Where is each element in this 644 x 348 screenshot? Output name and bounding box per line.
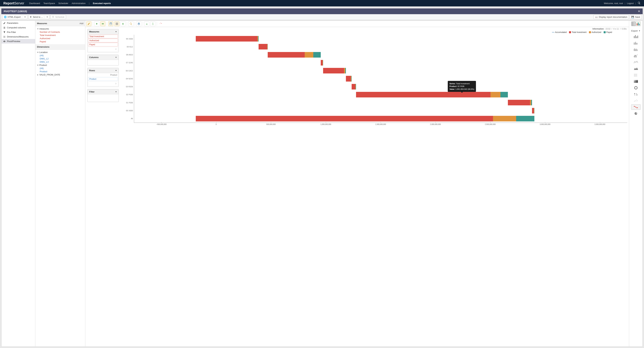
calendar-icon: 🗓	[52, 16, 54, 18]
topbar-right: Welcome, root, root | Logout |	[604, 2, 640, 5]
globe-icon: 🌐	[4, 16, 6, 18]
display-documentation-button[interactable]: 📖 Display report documentation	[594, 15, 629, 19]
welcome-text: Welcome, root, root	[604, 2, 623, 4]
main-toolbar: 🌐 HTML-Export ▼ ⬆ Send to ... ▼ 🗓 Schedu…	[1, 14, 643, 20]
book-icon: 📖	[595, 16, 598, 18]
send-to-button[interactable]: ⬆ Send to ... ▼	[28, 15, 50, 19]
nav-scheduler[interactable]: Scheduler	[58, 2, 68, 4]
report-title: PIVOTTEST (128315)	[4, 10, 27, 13]
schedule-button: 🗓 Schedule	[50, 15, 66, 19]
search-icon[interactable]	[638, 2, 640, 5]
nav-admin[interactable]: Administration	[72, 2, 86, 4]
report-title-bar: PIVOTTEST (128315) ✕	[1, 8, 643, 14]
save-button[interactable]: 💾 Save	[630, 15, 642, 19]
nav-dashboard[interactable]: Dashboard	[29, 2, 40, 4]
html-export-button[interactable]: 🌐 HTML-Export ▼	[2, 15, 27, 19]
topnav: Dashboard TeamSpace Scheduler Administra…	[29, 2, 111, 4]
brand: ReportServer	[4, 1, 24, 5]
save-icon: 💾	[631, 16, 634, 18]
close-icon[interactable]: ✕	[638, 10, 640, 13]
nav-executed-reports[interactable]: Executed reports	[93, 2, 111, 4]
nav-teamspace[interactable]: TeamSpace	[44, 2, 55, 4]
nav-separator: |	[89, 2, 90, 4]
chevron-down-icon: ▼	[24, 16, 26, 18]
upload-icon: ⬆	[30, 16, 32, 18]
logout-link[interactable]: Logout	[627, 2, 634, 4]
chevron-down-icon: ▼	[46, 16, 48, 18]
topbar: ReportServer Dashboard TeamSpace Schedul…	[0, 0, 644, 6]
